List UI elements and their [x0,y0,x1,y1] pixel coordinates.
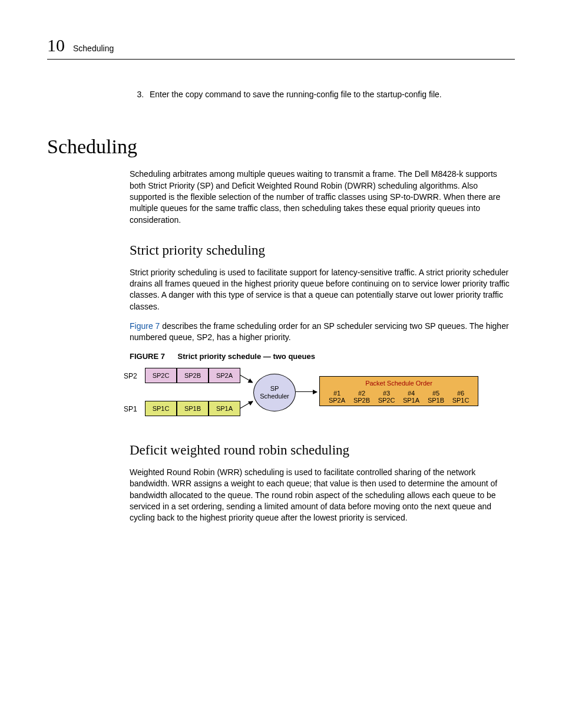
dwrr-paragraph-1: Weighted Round Robin (WRR) scheduling is… [130,467,515,524]
step-list: Enter the copy command to save the runni… [130,89,515,100]
order-num: #2 [349,390,374,397]
order-val: SP1C [448,397,473,404]
header-rule [47,59,515,60]
scheduler-line1: SP [270,385,279,392]
order-title: Packet Schedule Order [325,379,473,388]
page-header: 10 Scheduling [47,35,515,55]
order-num: #4 [399,390,424,397]
heading-scheduling: Scheduling [47,136,515,158]
heading-dwrr: Deficit weighted round robin scheduling [130,441,515,460]
sp2-cell: SP2B [177,368,209,383]
sp1-label: SP1 [124,404,137,414]
scheduler-line2: Scheduler [260,393,289,400]
sp1-queue: SP1C SP1B SP1A [145,401,240,416]
step-text: Enter the copy command to save the runni… [150,90,442,99]
chapter-number: 10 [47,35,65,55]
figure-label: FIGURE 7 [130,352,165,361]
sp-paragraph-2: Figure 7 describes the frame scheduling … [130,321,515,344]
order-num: #3 [374,390,399,397]
packet-schedule-order: Packet Schedule Order #1 #2 #3 #4 #5 #6 … [319,376,478,406]
heading-strict-priority: Strict priority scheduling [130,241,515,260]
intro-paragraph: Scheduling arbitrates among multiple que… [130,169,515,226]
order-num: #6 [448,390,473,397]
order-nums-row: #1 #2 #3 #4 #5 #6 [325,390,473,397]
sp1-cell: SP1B [177,401,209,416]
step-3: Enter the copy command to save the runni… [146,89,515,100]
sp2-cell: SP2A [209,368,240,383]
order-num: #1 [325,390,349,397]
sp2-label: SP2 [124,371,137,381]
figure-caption-text: Strict priority schedule — two queues [178,352,315,361]
order-val: SP2A [325,397,349,404]
order-val: SP2B [349,397,374,404]
chapter-title: Scheduling [73,44,114,53]
sp2-cell: SP2C [145,368,177,383]
order-val: SP1A [399,397,424,404]
order-val: SP1B [424,397,448,404]
order-num: #5 [424,390,448,397]
figure-7-link[interactable]: Figure 7 [130,321,160,331]
arrow-sp2-to-scheduler [240,375,253,383]
sp-paragraph-2-rest: describes the frame scheduling order for… [130,321,509,342]
order-val: SP2C [374,397,399,404]
arrow-scheduler-to-order [296,391,317,392]
sp-scheduler: SP Scheduler [253,374,296,411]
figure-caption: FIGURE 7 Strict priority schedule — two … [130,351,515,362]
sp2-queue: SP2C SP2B SP2A [145,368,240,383]
figure-7: SP2 SP2C SP2B SP2A SP1 SP1C SP1B SP1A SP… [125,368,515,420]
sp1-cell: SP1A [209,401,240,416]
sp-paragraph-1: Strict priority scheduling is used to fa… [130,267,515,312]
sp1-cell: SP1C [145,401,177,416]
order-vals-row: SP2A SP2B SP2C SP1A SP1B SP1C [325,397,473,404]
arrow-sp1-to-scheduler [240,401,253,409]
